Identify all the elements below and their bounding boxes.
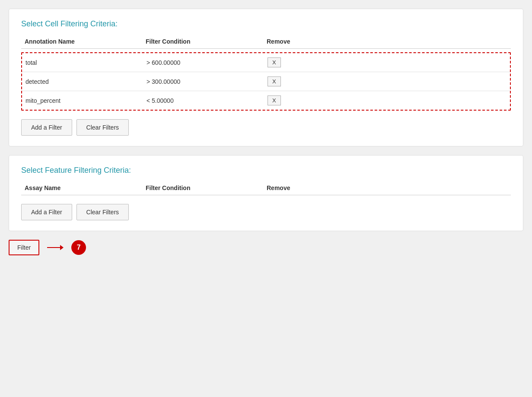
cell-col-annotation: Annotation Name	[21, 35, 142, 49]
cell-condition-detected: > 300.00000	[143, 72, 264, 91]
cell-col-remove: Remove	[263, 35, 306, 49]
feature-filtering-panel: Select Feature Filtering Criteria: Assay…	[9, 155, 523, 231]
cell-condition-total: > 600.00000	[143, 53, 264, 72]
arrow-indicator	[47, 245, 64, 250]
feature-col-assay: Assay Name	[21, 182, 142, 195]
cell-col-condition: Filter Condition	[142, 35, 263, 49]
feature-panel-title: Select Feature Filtering Criteria:	[21, 166, 511, 175]
remove-detected-button[interactable]: X	[268, 76, 281, 86]
cell-action-buttons: Add a Filter Clear Filters	[21, 119, 511, 136]
feature-action-buttons: Add a Filter Clear Filters	[21, 204, 511, 220]
cell-filter-rows-table: total > 600.00000 X detected > 300.00000…	[22, 53, 510, 110]
cell-condition-mito: < 5.00000	[143, 91, 264, 110]
cell-filter-rows-dashed: total > 600.00000 X detected > 300.00000…	[21, 52, 511, 111]
remove-mito-button[interactable]: X	[268, 95, 281, 105]
filter-count-badge: 7	[71, 240, 86, 255]
feature-add-filter-button[interactable]: Add a Filter	[21, 204, 72, 220]
cell-annotation-detected: detected	[22, 72, 143, 91]
cell-remove-mito: X	[264, 91, 447, 110]
remove-total-button[interactable]: X	[268, 57, 281, 67]
feature-clear-filters-button[interactable]: Clear Filters	[76, 204, 129, 220]
table-row: mito_percent < 5.00000 X	[22, 91, 510, 110]
cell-filter-table-header: Annotation Name Filter Condition Remove	[21, 35, 511, 49]
cell-annotation-total: total	[22, 53, 143, 72]
table-row: total > 600.00000 X	[22, 53, 510, 72]
cell-remove-total: X	[264, 53, 447, 72]
cell-add-filter-button[interactable]: Add a Filter	[21, 119, 72, 136]
cell-clear-filters-button[interactable]: Clear Filters	[76, 119, 129, 136]
footer-bar: Filter 7	[9, 240, 523, 255]
feature-col-remove: Remove	[263, 182, 306, 195]
cell-remove-detected: X	[264, 72, 447, 91]
cell-filtering-panel: Select Cell Filtering Criteria: Annotati…	[9, 9, 523, 146]
cell-panel-title: Select Cell Filtering Criteria:	[21, 19, 511, 29]
feature-col-condition: Filter Condition	[142, 182, 263, 195]
table-row: detected > 300.00000 X	[22, 72, 510, 91]
cell-annotation-mito: mito_percent	[22, 91, 143, 110]
filter-main-button[interactable]: Filter	[9, 240, 39, 255]
feature-filter-table: Assay Name Filter Condition Remove	[21, 182, 511, 195]
